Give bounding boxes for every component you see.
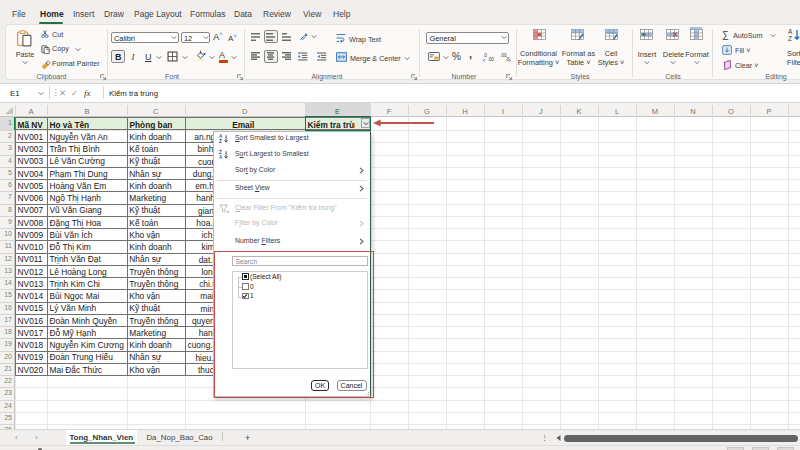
svg-text:A: A <box>788 28 793 35</box>
svg-text:.00: .00 <box>487 57 494 62</box>
svg-text:A: A <box>219 155 223 160</box>
svg-text:.0: .0 <box>483 52 487 57</box>
svg-text:Z: Z <box>788 35 792 42</box>
svg-text:Z: Z <box>219 139 222 144</box>
svg-text:.0: .0 <box>505 57 509 62</box>
